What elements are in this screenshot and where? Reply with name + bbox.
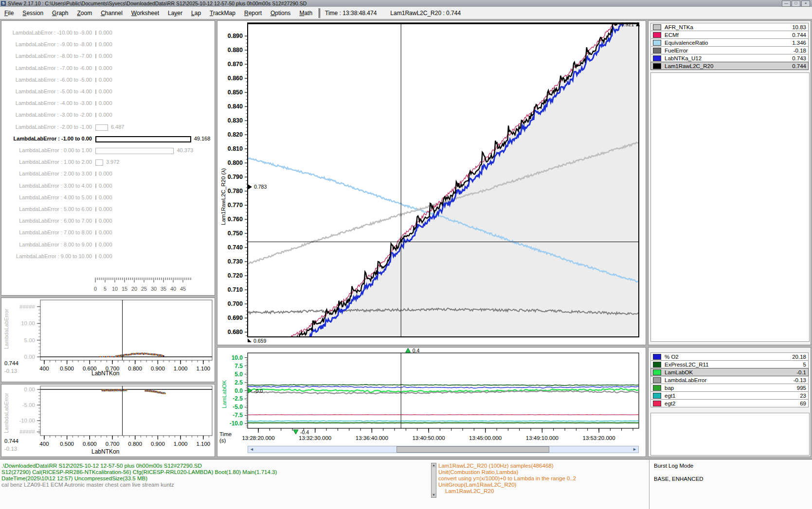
channel-row-lambdalaberror[interactable]: LambdaLabError-0.13 [650,376,809,384]
menu-layer[interactable]: Layer [163,10,187,17]
histogram-row-label: LambdaLabError : -4.00 to -3.00 [1,100,92,106]
histogram-value: 49.168 [194,136,211,141]
histogram-row[interactable]: LambdaLabError : 0.00 to 1.0040.373 [1,145,215,156]
cursor-channel-status: Lam1RawL2C_R20 : 0.744 [390,10,461,17]
menu-graph[interactable]: Graph [48,10,72,17]
channel-value: 0.743 [792,55,806,61]
channel-info-line: Lam1RawL2C_R20 (100Hz) samples(486468) [438,463,554,469]
histogram-row[interactable]: LambdaLabError : -7.00 to -6.000.000 [1,63,215,74]
scatter-x-tick-label: 400 [39,366,49,371]
channel-info-line: convert using y=(x/1000)+0 to Lambda in … [438,475,576,481]
histogram-row[interactable]: LambdaLabError : 7.00 to 8.000.000 [1,228,215,238]
histogram-row[interactable]: LambdaLabError : 5.00 to 6.000.000 [1,204,215,215]
svg-text:0.870: 0.870 [228,61,243,68]
menu-session[interactable]: Session [18,10,48,17]
histogram-zero-tick [95,78,96,82]
channel-row-expressl2c-r11[interactable]: ExPressL2C_R115 [650,360,809,369]
menu-math[interactable]: Math [295,10,317,17]
histogram-row[interactable]: LambdaLabError : -1.00 to 0.0049.168 [1,134,215,144]
channel-info-scrollbar[interactable]: ▲ ▼ [431,463,436,498]
menu-trackmap[interactable]: TrackMap [205,10,240,17]
histogram-axis-tick: 15 [122,286,127,292]
channel-value: 10.83 [792,24,806,30]
channel-row-lamlabok[interactable]: LamLabOK-0.1 [650,368,809,376]
histogram-zero-tick [95,54,96,58]
histogram-zero-tick [95,89,96,94]
histogram-row[interactable]: LambdaLabError : 6.00 to 7.000.000 [1,216,215,227]
channel-row-lam1rawl2c-r20[interactable]: Lam1RawL2C_R200.744 [650,62,809,70]
main-time-chart-panel[interactable]: Lam1RawL2C_R20 (λ) 0.8900.8800.8700.8600… [217,20,646,345]
scroll-up-icon[interactable]: ▲ [432,463,436,468]
histogram-value: 0.000 [99,65,112,71]
menu-zoom[interactable]: Zoom [72,10,96,17]
maximize-button[interactable]: □ [792,0,800,7]
histogram-row[interactable]: LambdaLabError : 4.00 to 5.000.000 [1,193,215,203]
lamlabok-time-chart-panel[interactable]: LamLabOK 10.07.55.02.50.0-2.5-5.0-7.5-10… [217,347,646,457]
title-bar[interactable]: S SView 2.17.10 : C:\Users\Public\Docume… [0,0,812,7]
histogram-row[interactable]: LambdaLabError : 1.00 to 2.003.972 [1,157,215,168]
scatter-lower-plot[interactable]: 0.00-5.00-10.00#####4000.5000.6000.7000.… [1,385,216,448]
scatter-upper-panel[interactable]: LambdaLabError #####10.005.000.004000.50… [1,298,215,382]
histogram-row[interactable]: LambdaLabError : -10.00 to -9.000.000 [1,28,215,38]
channel-info-line: Unit(Combustion Ratio,Lambda) [438,469,518,475]
scrollbar-thumb[interactable] [397,446,549,453]
histogram-row[interactable]: LambdaLabError : 9.00 to 10.000.000 [1,251,215,262]
scatter-lower-panel[interactable]: LambdaLabError 0.00-5.00-10.00#####4000.… [1,384,215,457]
time-scrollbar[interactable]: ◄ ► [248,446,639,453]
channel-value: 20.18 [792,354,806,360]
menu-channel[interactable]: Channel [96,10,127,17]
svg-text:0.740: 0.740 [228,244,243,251]
menu-lap[interactable]: Lap [187,10,205,17]
channel-row-equivalenceratio[interactable]: EquivalenceRatio1.346 [650,38,809,47]
menu-report[interactable]: Report [240,10,266,17]
scroll-left-icon[interactable]: ◄ [248,446,255,453]
close-button[interactable]: × [801,0,810,7]
main-chart-plot[interactable]: 0.8900.8800.8700.8600.8500.8400.8300.820… [217,21,646,345]
histogram-row[interactable]: LambdaLabError : -3.00 to -2.000.000 [1,110,215,121]
histogram-row[interactable]: LambdaLabError : -4.00 to -3.000.000 [1,98,215,109]
channel-color-swatch [653,393,661,399]
lambda-error-histogram-panel[interactable]: LambdaLabError : -10.00 to -9.000.000Lam… [1,20,215,296]
histogram-row[interactable]: LambdaLabError : -9.00 to -8.000.000 [1,39,215,50]
histogram-row[interactable]: LambdaLabError : -5.00 to -4.000.000 [1,87,215,97]
svg-text:7.5: 7.5 [235,363,243,369]
svg-text:0.850: 0.850 [228,89,243,96]
scroll-down-icon[interactable]: ▼ [432,493,436,497]
histogram-value: 0.000 [99,112,112,118]
svg-text:-5.00: -5.00 [22,402,35,408]
histogram-row[interactable]: LambdaLabError : -2.00 to -1.006.487 [1,122,215,133]
histogram-row[interactable]: LambdaLabError : -8.00 to -7.000.000 [1,51,215,62]
histogram-row[interactable]: LambdaLabError : -6.00 to -5.000.000 [1,75,215,86]
menu-worksheet[interactable]: Worksheet [127,10,163,17]
histogram-row[interactable]: LambdaLabError : 8.00 to 9.000.000 [1,240,215,250]
scatter-upper-plot[interactable]: #####10.005.000.004000.5000.6000.7000.80… [1,298,216,376]
channel-color-swatch [653,385,661,391]
minimize-button[interactable]: — [782,0,791,7]
menu-file[interactable]: File [0,10,18,17]
channel-name: Lam1RawL2C_R20 [665,63,713,69]
left-cursor-marker-value: 0.783 [254,184,267,190]
histogram-row[interactable]: LambdaLabError : 2.00 to 3.000.000 [1,169,215,179]
svg-text:-10.0: -10.0 [230,420,243,427]
svg-text:-2.5: -2.5 [233,395,243,402]
scatter-cursor-x-value: 0.744 [4,360,18,366]
svg-text:0.770: 0.770 [228,202,243,209]
channel-row-labntka-u12[interactable]: LabNTKa_U120.743 [650,54,809,62]
scroll-right-icon[interactable]: ► [631,446,638,453]
channel-name: % O2 [665,354,679,360]
histogram-value: 40.373 [177,147,193,153]
histogram-axis-tick: 0 [94,286,97,292]
channel-row-afr-ntka[interactable]: AFR_NTKa10.83 [650,23,809,31]
histogram-row[interactable]: LambdaLabError : 3.00 to 4.000.000 [1,181,215,192]
channel-row-fuelerror[interactable]: FuelError-0.18 [650,46,809,54]
menu-options[interactable]: Options [266,10,295,17]
channel-row-ecmf[interactable]: ECMf0.744 [650,31,809,39]
svg-text:0.760: 0.760 [228,216,243,223]
channel-row-bap[interactable]: bap995 [650,384,809,392]
channel-row--o2[interactable]: % O220.18 [650,352,809,361]
channel-row-egt2[interactable]: egt269 [650,399,809,407]
histogram-row-label: LambdaLabError : 9.00 to 10.00 [1,253,92,259]
bottom-chart-plot[interactable]: 10.07.55.02.50.0-2.5-5.0-7.5-10.013:28:2… [217,348,646,445]
svg-text:0.780: 0.780 [228,188,243,194]
channel-row-egt1[interactable]: egt123 [650,391,809,400]
